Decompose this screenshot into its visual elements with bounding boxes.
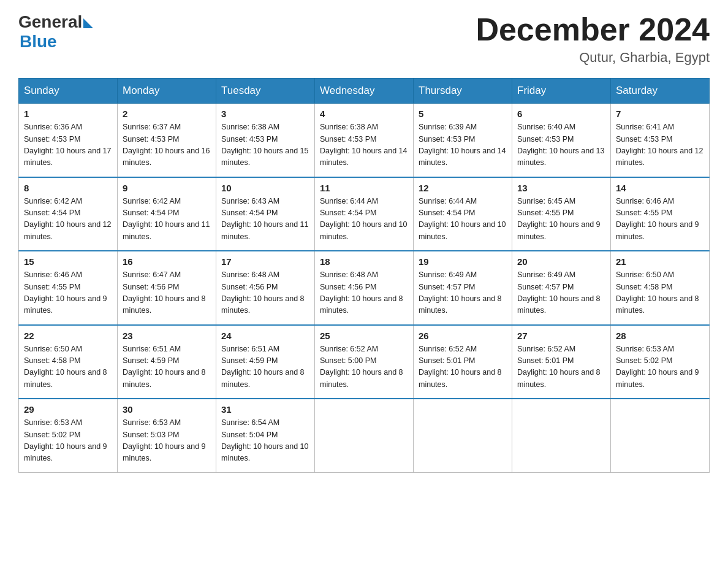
table-row: 2 Sunrise: 6:37 AM Sunset: 4:53 PM Dayli… [118,104,216,177]
logo-blue: Blue [18,32,93,52]
table-row: 9 Sunrise: 6:42 AM Sunset: 4:54 PM Dayli… [118,177,216,251]
header-saturday: Saturday [611,79,710,104]
table-row: 24 Sunrise: 6:51 AM Sunset: 4:59 PM Dayl… [216,325,315,399]
day-number: 3 [221,109,309,119]
calendar-week-row: 29 Sunrise: 6:53 AM Sunset: 5:02 PM Dayl… [19,399,710,472]
day-info: Sunrise: 6:41 AM Sunset: 4:53 PM Dayligh… [616,121,704,169]
day-info: Sunrise: 6:39 AM Sunset: 4:53 PM Dayligh… [419,121,507,169]
day-info: Sunrise: 6:44 AM Sunset: 4:54 PM Dayligh… [320,196,408,243]
table-row: 21 Sunrise: 6:50 AM Sunset: 4:58 PM Dayl… [611,251,710,325]
day-info: Sunrise: 6:50 AM Sunset: 4:58 PM Dayligh… [616,269,704,317]
day-number: 31 [221,404,309,415]
day-number: 9 [123,183,211,193]
calendar-week-row: 15 Sunrise: 6:46 AM Sunset: 4:55 PM Dayl… [19,251,710,325]
logo: General Blue [18,12,93,52]
day-info: Sunrise: 6:45 AM Sunset: 4:55 PM Dayligh… [517,196,605,243]
table-row: 6 Sunrise: 6:40 AM Sunset: 4:53 PM Dayli… [512,104,611,177]
table-row: 26 Sunrise: 6:52 AM Sunset: 5:01 PM Dayl… [414,325,512,399]
day-info: Sunrise: 6:44 AM Sunset: 4:54 PM Dayligh… [419,196,507,243]
table-row: 31 Sunrise: 6:54 AM Sunset: 5:04 PM Dayl… [216,399,315,472]
table-row: 10 Sunrise: 6:43 AM Sunset: 4:54 PM Dayl… [216,177,315,251]
calendar-week-row: 22 Sunrise: 6:50 AM Sunset: 4:58 PM Dayl… [19,325,710,399]
day-number: 26 [419,331,507,341]
table-row: 20 Sunrise: 6:49 AM Sunset: 4:57 PM Dayl… [512,251,611,325]
table-row: 16 Sunrise: 6:47 AM Sunset: 4:56 PM Dayl… [118,251,216,325]
day-number: 6 [517,109,605,119]
table-row: 17 Sunrise: 6:48 AM Sunset: 4:56 PM Dayl… [216,251,315,325]
day-number: 25 [320,331,408,341]
table-row: 4 Sunrise: 6:38 AM Sunset: 4:53 PM Dayli… [315,104,414,177]
day-info: Sunrise: 6:43 AM Sunset: 4:54 PM Dayligh… [221,196,309,243]
day-info: Sunrise: 6:52 AM Sunset: 5:01 PM Dayligh… [517,343,605,391]
day-info: Sunrise: 6:42 AM Sunset: 4:54 PM Dayligh… [24,196,112,243]
table-row [611,399,710,472]
day-number: 8 [24,183,112,193]
header-monday: Monday [118,79,216,104]
day-info: Sunrise: 6:37 AM Sunset: 4:53 PM Dayligh… [123,121,211,169]
day-number: 10 [221,183,309,193]
logo-general: General [18,12,82,32]
table-row: 23 Sunrise: 6:51 AM Sunset: 4:59 PM Dayl… [118,325,216,399]
table-row: 12 Sunrise: 6:44 AM Sunset: 4:54 PM Dayl… [414,177,512,251]
day-info: Sunrise: 6:51 AM Sunset: 4:59 PM Dayligh… [123,343,211,391]
day-info: Sunrise: 6:48 AM Sunset: 4:56 PM Dayligh… [221,269,309,317]
header-thursday: Thursday [414,79,512,104]
day-number: 23 [123,331,211,341]
day-number: 19 [419,256,507,267]
day-number: 4 [320,109,408,119]
logo-triangle-icon [83,18,93,28]
month-title: December 2024 [476,12,710,47]
table-row: 11 Sunrise: 6:44 AM Sunset: 4:54 PM Dayl… [315,177,414,251]
table-row: 18 Sunrise: 6:48 AM Sunset: 4:56 PM Dayl… [315,251,414,325]
day-info: Sunrise: 6:40 AM Sunset: 4:53 PM Dayligh… [517,121,605,169]
title-section: December 2024 Qutur, Gharbia, Egypt [476,12,710,66]
day-number: 12 [419,183,507,193]
day-info: Sunrise: 6:53 AM Sunset: 5:02 PM Dayligh… [24,417,112,465]
header-sunday: Sunday [19,79,118,104]
day-info: Sunrise: 6:54 AM Sunset: 5:04 PM Dayligh… [221,417,309,465]
day-number: 5 [419,109,507,119]
day-number: 1 [24,109,112,119]
table-row: 28 Sunrise: 6:53 AM Sunset: 5:02 PM Dayl… [611,325,710,399]
day-number: 16 [123,256,211,267]
day-info: Sunrise: 6:52 AM Sunset: 5:00 PM Dayligh… [320,343,408,391]
day-number: 14 [616,183,704,193]
table-row: 30 Sunrise: 6:53 AM Sunset: 5:03 PM Dayl… [118,399,216,472]
day-number: 24 [221,331,309,341]
table-row: 1 Sunrise: 6:36 AM Sunset: 4:53 PM Dayli… [19,104,118,177]
table-row: 3 Sunrise: 6:38 AM Sunset: 4:53 PM Dayli… [216,104,315,177]
day-number: 15 [24,256,112,267]
day-number: 28 [616,331,704,341]
day-number: 21 [616,256,704,267]
calendar-week-row: 1 Sunrise: 6:36 AM Sunset: 4:53 PM Dayli… [19,104,710,177]
day-info: Sunrise: 6:38 AM Sunset: 4:53 PM Dayligh… [320,121,408,169]
day-number: 2 [123,109,211,119]
header-tuesday: Tuesday [216,79,315,104]
day-number: 17 [221,256,309,267]
day-info: Sunrise: 6:49 AM Sunset: 4:57 PM Dayligh… [517,269,605,317]
day-number: 29 [24,404,112,415]
day-info: Sunrise: 6:47 AM Sunset: 4:56 PM Dayligh… [123,269,211,317]
day-number: 13 [517,183,605,193]
day-info: Sunrise: 6:50 AM Sunset: 4:58 PM Dayligh… [24,343,112,391]
day-info: Sunrise: 6:38 AM Sunset: 4:53 PM Dayligh… [221,121,309,169]
day-number: 22 [24,331,112,341]
header-friday: Friday [512,79,611,104]
calendar-table: Sunday Monday Tuesday Wednesday Thursday… [18,78,710,473]
table-row: 25 Sunrise: 6:52 AM Sunset: 5:00 PM Dayl… [315,325,414,399]
day-info: Sunrise: 6:46 AM Sunset: 4:55 PM Dayligh… [616,196,704,243]
day-number: 18 [320,256,408,267]
day-info: Sunrise: 6:51 AM Sunset: 4:59 PM Dayligh… [221,343,309,391]
day-info: Sunrise: 6:46 AM Sunset: 4:55 PM Dayligh… [24,269,112,317]
day-info: Sunrise: 6:52 AM Sunset: 5:01 PM Dayligh… [419,343,507,391]
calendar-week-row: 8 Sunrise: 6:42 AM Sunset: 4:54 PM Dayli… [19,177,710,251]
table-row: 13 Sunrise: 6:45 AM Sunset: 4:55 PM Dayl… [512,177,611,251]
location-label: Qutur, Gharbia, Egypt [476,50,710,66]
table-row: 14 Sunrise: 6:46 AM Sunset: 4:55 PM Dayl… [611,177,710,251]
day-number: 30 [123,404,211,415]
day-info: Sunrise: 6:53 AM Sunset: 5:03 PM Dayligh… [123,417,211,465]
day-number: 11 [320,183,408,193]
day-info: Sunrise: 6:53 AM Sunset: 5:02 PM Dayligh… [616,343,704,391]
table-row [414,399,512,472]
day-number: 20 [517,256,605,267]
